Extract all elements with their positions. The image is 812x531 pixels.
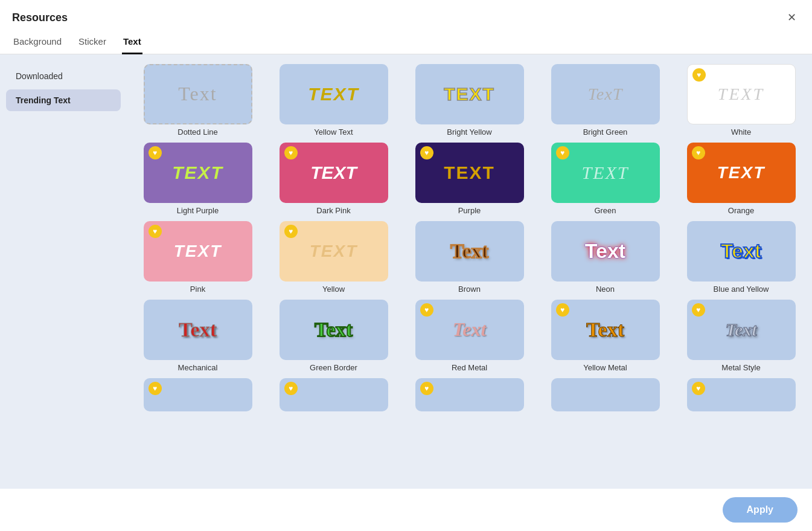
card-label-dotted-line: Dotted Line [177, 127, 218, 137]
card-label-yellow: Yellow [322, 285, 345, 294]
thumb-mechanical: Text [144, 300, 252, 360]
card-label-orange: Orange [728, 206, 754, 215]
thumb-white: ♥ TEXT [687, 64, 796, 124]
text-preview: TEXT [717, 163, 766, 182]
card-red-metal[interactable]: ♥ Text Red Metal [404, 300, 534, 372]
card-metal-style[interactable]: ♥ Text Metal Style [676, 300, 806, 372]
heart-badge: ♥ [149, 146, 162, 159]
sidebar-item-trending[interactable]: Trending Text [6, 89, 121, 111]
text-preview: TEXT [310, 163, 357, 183]
thumb-yellow: ♥ TEXT [280, 221, 388, 282]
card-partial4[interactable] [540, 378, 670, 411]
window-title: Resources [12, 11, 68, 24]
heart-badge: ♥ [284, 146, 298, 159]
card-green-border[interactable]: Text Green Border [269, 300, 398, 372]
thumb-light-purple: ♥ TEXT [144, 143, 252, 203]
card-yellow-text[interactable]: TEXT Yellow Text [269, 64, 398, 137]
card-purple[interactable]: ♥ TEXT Purple [404, 143, 534, 215]
text-preview: Text [178, 83, 217, 105]
heart-badge: ♥ [420, 382, 433, 395]
heart-badge: ♥ [692, 68, 706, 82]
card-label-neon: Neon [596, 285, 615, 294]
text-preview: Text [585, 239, 625, 263]
card-partial5[interactable]: ♥ [676, 378, 806, 411]
close-button[interactable]: ✕ [784, 10, 800, 25]
card-label-light-purple: Light Purple [177, 206, 219, 215]
text-preview: TEXT [444, 163, 495, 183]
thumb-orange: ♥ TEXT [687, 143, 796, 203]
tab-text[interactable]: Text [122, 31, 142, 54]
thumb-dotted-line: Text [144, 64, 252, 124]
heart-badge: ♥ [149, 382, 162, 395]
thumb-red-metal: ♥ Text [415, 300, 524, 360]
content-area: Downloaded Trending Text Text Dotted Lin… [0, 54, 812, 489]
heart-badge: ♥ [692, 303, 705, 317]
thumb-partial4 [551, 378, 660, 411]
text-preview: TEXT [581, 163, 628, 183]
thumb-yellow-metal: ♥ Text [551, 300, 660, 360]
thumb-bright-green: TexT [551, 64, 660, 124]
card-label-yellow-text: Yellow Text [314, 127, 353, 137]
heart-badge: ♥ [284, 225, 298, 238]
card-dark-pink[interactable]: ♥ TEXT Dark Pink [269, 143, 398, 215]
card-orange[interactable]: ♥ TEXT Orange [676, 143, 806, 215]
card-label-mechanical: Mechanical [178, 363, 218, 372]
card-pink[interactable]: ♥ TEXT Pink [133, 221, 263, 294]
apply-button[interactable]: Apply [723, 497, 798, 523]
text-preview: TEXT [172, 163, 223, 183]
sidebar-item-downloaded[interactable]: Downloaded [6, 65, 121, 87]
text-preview: TEXT [308, 84, 359, 105]
footer: Apply [0, 488, 812, 531]
card-dotted-line[interactable]: Text Dotted Line [133, 64, 263, 137]
tab-background[interactable]: Background [12, 31, 63, 54]
text-preview: Text [453, 318, 487, 341]
heart-badge: ♥ [692, 146, 705, 159]
text-preview: Text [586, 318, 624, 341]
tab-bar: Background Sticker Text [0, 31, 812, 54]
card-white[interactable]: ♥ TEXT White [676, 64, 806, 137]
tab-sticker[interactable]: Sticker [77, 31, 107, 54]
resources-window: Resources ✕ Background Sticker Text Down… [0, 0, 812, 531]
card-label-white: White [731, 127, 751, 137]
card-brown[interactable]: Text Brown [404, 221, 534, 294]
card-green[interactable]: ♥ TEXT Green [540, 143, 670, 215]
card-partial2[interactable]: ♥ [269, 378, 398, 411]
card-label-green: Green [594, 206, 616, 215]
card-yellow[interactable]: ♥ TEXT Yellow [269, 221, 398, 294]
card-partial3[interactable]: ♥ [404, 378, 534, 411]
grid-area: Text Dotted Line TEXT Yellow Text TEXT B… [127, 54, 812, 489]
card-label-dark-pink: Dark Pink [316, 206, 350, 215]
card-partial1[interactable]: ♥ [133, 378, 263, 411]
text-preview: TexT [588, 85, 622, 104]
heart-badge: ♥ [420, 146, 433, 159]
text-preview: Text [725, 320, 756, 340]
heart-badge: ♥ [692, 382, 705, 395]
card-blue-yellow[interactable]: Text Blue and Yellow [676, 221, 806, 294]
card-yellow-metal[interactable]: ♥ Text Yellow Metal [540, 300, 670, 372]
thumb-partial2: ♥ [280, 378, 388, 411]
card-label-red-metal: Red Metal [452, 363, 487, 372]
thumb-dark-pink: ♥ TEXT [280, 143, 388, 203]
thumb-partial5: ♥ [687, 378, 796, 411]
text-style-grid: Text Dotted Line TEXT Yellow Text TEXT B… [133, 64, 806, 417]
card-label-brown: Brown [458, 285, 481, 294]
card-label-bright-green: Bright Green [583, 127, 628, 137]
title-bar: Resources ✕ [0, 0, 812, 31]
card-neon[interactable]: Text Neon [540, 221, 670, 294]
card-mechanical[interactable]: Text Mechanical [133, 300, 263, 372]
card-bright-yellow[interactable]: TEXT Bright Yellow [404, 64, 534, 137]
card-label-metal-style: Metal Style [721, 363, 760, 372]
card-bright-green[interactable]: TexT Bright Green [540, 64, 670, 137]
card-label-blue-yellow: Blue and Yellow [714, 285, 769, 294]
thumb-partial1: ♥ [144, 378, 252, 411]
heart-badge: ♥ [284, 382, 298, 395]
thumb-partial3: ♥ [415, 378, 524, 411]
card-light-purple[interactable]: ♥ TEXT Light Purple [133, 143, 263, 215]
thumb-pink: ♥ TEXT [144, 221, 252, 282]
heart-badge: ♥ [420, 303, 433, 317]
card-label-yellow-metal: Yellow Metal [583, 363, 627, 372]
text-preview: TEXT [444, 84, 495, 105]
thumb-bright-yellow: TEXT [415, 64, 524, 124]
text-preview: Text [450, 240, 488, 263]
text-preview: TEXT [174, 242, 222, 261]
